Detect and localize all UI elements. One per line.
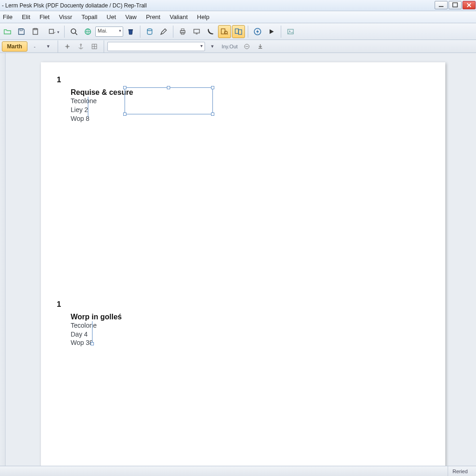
guide2-handle[interactable] <box>91 342 94 345</box>
menu-prent[interactable]: Prent <box>141 12 165 22</box>
statusbar: Reried <box>0 466 476 476</box>
translate-button[interactable] <box>232 25 245 38</box>
shape-dropdown[interactable] <box>43 25 61 38</box>
block2-line1: Tecolone <box>71 321 430 330</box>
play-dropdown[interactable] <box>265 25 278 38</box>
svg-point-8 <box>71 29 76 33</box>
world-button[interactable] <box>81 25 94 38</box>
svg-line-18 <box>227 33 228 34</box>
snap-icon <box>64 43 71 50</box>
status-right: Reried <box>448 466 472 476</box>
font-combo[interactable]: Mai. <box>95 26 123 37</box>
workspace: 1 Requise & cesure Tecolone Liey 2 Wop 8 <box>0 53 476 466</box>
trash-icon <box>126 27 135 36</box>
globe-icon <box>84 27 92 36</box>
block1-num: 1 <box>57 75 430 85</box>
svg-rect-15 <box>194 29 199 33</box>
handle-se[interactable] <box>211 112 214 116</box>
block2-line2: Day 4 <box>71 330 430 339</box>
toolbar-secondary: Marth - ▾ ▾ Iny.Out <box>0 40 476 53</box>
window-title: - Lerm Pesk Plsk (PDF Docuenty doliatade… <box>2 2 147 9</box>
titlebar: - Lerm Pesk Plsk (PDF Docuenty doliatade… <box>0 0 476 11</box>
database-icon <box>145 27 154 36</box>
anchor-icon <box>78 43 84 50</box>
grid-icon <box>91 43 98 50</box>
sec-dropdown[interactable]: ▾ <box>42 41 54 52</box>
handle-nw[interactable] <box>123 86 126 89</box>
toolbar-main: Mai. <box>0 23 476 40</box>
menu-elit[interactable]: Elit <box>17 12 35 22</box>
zoom-button[interactable] <box>67 25 80 38</box>
close-icon <box>465 1 473 9</box>
shape-icon <box>48 27 56 36</box>
save-button[interactable] <box>15 25 28 38</box>
sec-dash[interactable]: - <box>29 41 41 52</box>
maximize-icon <box>451 1 459 9</box>
folder-open-icon <box>3 27 12 36</box>
selection-box[interactable] <box>125 87 213 114</box>
block2-heading: Worp in golleś <box>71 313 430 321</box>
block2-num: 1 <box>57 300 430 309</box>
magnifier-icon <box>70 27 78 36</box>
download-button[interactable] <box>254 41 266 52</box>
canvas[interactable]: 1 Requise & cesure Tecolone Liey 2 Wop 8 <box>6 53 476 466</box>
picture-button[interactable] <box>284 25 297 38</box>
svg-rect-19 <box>235 29 238 33</box>
anchor-button[interactable] <box>75 41 87 52</box>
menu-uet[interactable]: Uet <box>102 12 120 22</box>
mode-pill[interactable]: Marth <box>2 41 27 52</box>
layout-icon <box>244 43 250 50</box>
combo-drop[interactable]: ▾ <box>206 41 218 52</box>
snap-button[interactable] <box>61 41 73 52</box>
close-button[interactable] <box>463 1 476 9</box>
handle-n[interactable] <box>167 86 170 89</box>
paste-button[interactable] <box>29 25 42 38</box>
menu-flet[interactable]: Flet <box>35 12 54 22</box>
minimize-button[interactable] <box>435 1 448 9</box>
svg-rect-1 <box>453 3 457 7</box>
left-gutter <box>0 53 6 466</box>
print-button[interactable] <box>176 25 189 38</box>
action-button[interactable] <box>251 25 264 38</box>
phone-icon <box>206 27 215 36</box>
menu-help[interactable]: Help <box>192 12 214 22</box>
trash-button[interactable] <box>124 25 137 38</box>
pencil-icon <box>159 27 168 36</box>
svg-rect-7 <box>49 29 53 33</box>
svg-line-9 <box>75 33 77 35</box>
layer-combo[interactable] <box>107 42 205 51</box>
menubar: File Elit Flet Vissr Topall Uet Vaw Pren… <box>0 11 476 23</box>
screen-button[interactable] <box>190 25 203 38</box>
printer-icon <box>178 27 187 36</box>
search-doc-button[interactable] <box>218 25 231 38</box>
guide-line-1 <box>88 97 88 117</box>
maximize-button[interactable] <box>449 1 462 9</box>
svg-rect-20 <box>238 30 242 34</box>
menu-file[interactable]: File <box>1 12 17 22</box>
menu-valiant[interactable]: Valiant <box>165 12 192 22</box>
play-icon <box>267 27 276 36</box>
layout-toggle[interactable] <box>241 41 253 52</box>
open-button[interactable] <box>1 25 14 38</box>
menu-vissr[interactable]: Vissr <box>54 12 77 22</box>
phone-button[interactable] <box>204 25 217 38</box>
grid-button[interactable] <box>88 41 100 52</box>
handle-ne[interactable] <box>211 86 214 89</box>
menu-vaw[interactable]: Vaw <box>121 12 141 22</box>
block2-line3: Wop 38 <box>71 338 430 347</box>
save-icon <box>17 27 26 36</box>
edit-button[interactable] <box>157 25 170 38</box>
download-icon <box>257 43 264 50</box>
minimize-icon <box>437 1 445 9</box>
svg-point-11 <box>147 29 152 31</box>
clipboard-icon <box>31 27 40 36</box>
monitor-icon <box>192 27 201 36</box>
translate-icon <box>234 27 243 36</box>
menu-topall[interactable]: Topall <box>77 12 102 22</box>
window-buttons <box>434 0 476 11</box>
handle-sw[interactable] <box>123 112 126 116</box>
doc-search-icon <box>220 27 229 36</box>
bolt-circle-icon <box>253 27 262 36</box>
document-page[interactable]: 1 Requise & cesure Tecolone Liey 2 Wop 8 <box>41 62 445 466</box>
database-button[interactable] <box>143 25 156 38</box>
